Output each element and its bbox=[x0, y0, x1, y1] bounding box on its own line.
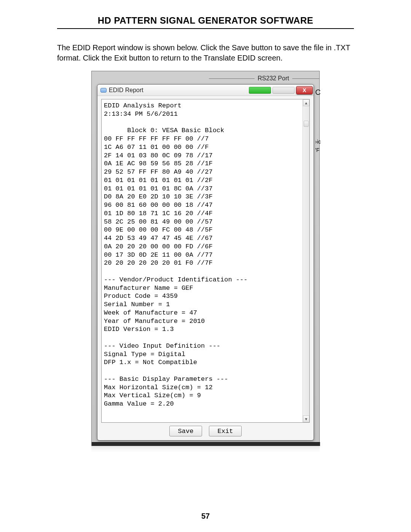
status-pill-gray bbox=[272, 87, 295, 94]
groupbox-line-right bbox=[292, 78, 319, 79]
save-button-label: Save bbox=[178, 428, 194, 435]
chevron-up-icon: ▲ bbox=[304, 101, 308, 105]
status-pill-green bbox=[249, 87, 271, 94]
window-title: EDID Report bbox=[109, 87, 143, 94]
close-button[interactable]: X bbox=[296, 86, 313, 94]
screenshot-container: RS232 Port C ›ic 'F EDID Report X bbox=[91, 71, 320, 452]
titlebar-right: X bbox=[249, 86, 314, 94]
screenshot-shadow bbox=[91, 446, 320, 452]
heading-rule bbox=[57, 28, 354, 29]
groupbox-line-left bbox=[209, 78, 255, 79]
save-button[interactable]: Save bbox=[169, 426, 202, 436]
bg-char-f: 'F bbox=[315, 147, 321, 153]
vertical-scrollbar[interactable]: ▲ ▼ bbox=[303, 99, 309, 422]
report-pane: EDID Analysis Report 2:13:34 PM 5/6/2011… bbox=[101, 99, 310, 423]
edid-report-window: EDID Report X EDID Analysis Report 2:13:… bbox=[97, 84, 314, 441]
rs232-groupbox: RS232 Port bbox=[92, 75, 319, 84]
intro-paragraph: The EDID Report window is shown below. C… bbox=[57, 43, 354, 63]
chevron-down-icon: ▼ bbox=[304, 417, 308, 421]
close-icon: X bbox=[303, 87, 306, 93]
rs232-label: RS232 Port bbox=[258, 75, 289, 82]
titlebar[interactable]: EDID Report X bbox=[97, 85, 314, 96]
bg-char-c: C bbox=[315, 88, 321, 97]
background-window: RS232 Port C ›ic 'F EDID Report X bbox=[91, 71, 320, 446]
scroll-down-button[interactable]: ▼ bbox=[303, 415, 309, 422]
exit-button[interactable]: Exit bbox=[209, 426, 242, 436]
bg-obscured-text: C ›ic 'F bbox=[315, 88, 321, 155]
button-row: Save Exit bbox=[97, 426, 314, 436]
exit-button-label: Exit bbox=[218, 428, 233, 435]
window-icon bbox=[100, 88, 107, 93]
document-page: HD PATTERN SIGNAL GENERATOR SOFTWARE The… bbox=[0, 0, 411, 532]
scroll-thumb[interactable] bbox=[304, 121, 309, 127]
report-text[interactable]: EDID Analysis Report 2:13:34 PM 5/6/2011… bbox=[102, 99, 303, 422]
scroll-up-button[interactable]: ▲ bbox=[303, 99, 309, 106]
page-title: HD PATTERN SIGNAL GENERATOR SOFTWARE bbox=[57, 15, 354, 28]
bg-char-ic: ›ic bbox=[315, 139, 321, 145]
background-window-bottom bbox=[92, 442, 320, 446]
page-number: 57 bbox=[0, 512, 411, 521]
